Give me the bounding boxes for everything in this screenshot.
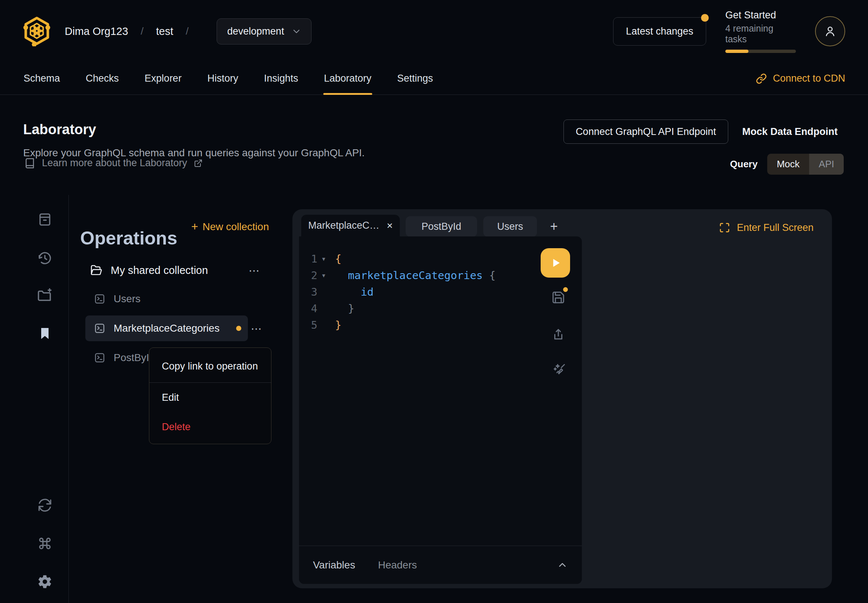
- editor-tab-users[interactable]: Users: [483, 216, 537, 237]
- share-operation-button[interactable]: [551, 327, 566, 342]
- new-collection-button[interactable]: + New collection: [191, 220, 269, 233]
- menu-item-edit[interactable]: Edit: [149, 383, 271, 412]
- chevron-down-icon: [292, 27, 301, 36]
- tab-label: Settings: [397, 73, 433, 84]
- tab-settings[interactable]: Settings: [396, 62, 434, 94]
- operation-item-users[interactable]: Users: [94, 288, 141, 310]
- collection-more-button[interactable]: ⋯: [249, 258, 261, 282]
- new-collection-folder-button[interactable]: [35, 285, 54, 305]
- tab-label: Laboratory: [324, 73, 371, 84]
- add-tab-button[interactable]: +: [545, 218, 562, 235]
- history-button[interactable]: [35, 249, 54, 267]
- collection-name: My shared collection: [111, 264, 208, 277]
- menu-item-copy-link[interactable]: Copy link to operation: [149, 350, 271, 382]
- history-clock-icon: [37, 250, 53, 266]
- operation-context-menu: Copy link to operation Edit Delete: [149, 348, 271, 444]
- notification-dot: [701, 14, 709, 22]
- query-mode-row: Query Mock API: [730, 154, 844, 175]
- editor-tab-marketplacecategories[interactable]: MarketplaceC… ×: [301, 215, 400, 237]
- connect-graphql-endpoint-button[interactable]: Connect GraphQL API Endpoint: [563, 119, 728, 144]
- breadcrumb-separator: /: [186, 25, 189, 37]
- tab-insights[interactable]: Insights: [263, 62, 299, 94]
- laboratory-editor-panel: MarketplaceC… × PostById Users + Enter F…: [292, 209, 832, 588]
- latest-changes-button[interactable]: Latest changes: [613, 17, 706, 46]
- hive-logo-icon[interactable]: [23, 16, 51, 46]
- mock-data-endpoint-button[interactable]: Mock Data Endpoint: [742, 119, 838, 144]
- top-bar-right: Latest changes Get Started 4 remaining t…: [613, 9, 845, 53]
- run-query-button[interactable]: [541, 248, 570, 278]
- environment-select[interactable]: development: [217, 19, 312, 45]
- fold-arrow-icon[interactable]: ▾: [317, 255, 330, 263]
- tab-laboratory[interactable]: Laboratory: [323, 62, 372, 94]
- folder-plus-icon: [37, 287, 53, 303]
- broom-sparkles-icon: [552, 362, 567, 377]
- query-editor[interactable]: 1 ▾ { 2 ▾ marketplaceCategories { 3 id 4: [299, 237, 582, 584]
- operations-title: Operations: [80, 227, 177, 249]
- code-area[interactable]: 1 ▾ { 2 ▾ marketplaceCategories { 3 id 4: [299, 237, 582, 546]
- operation-icon: [94, 352, 105, 363]
- code-token: {: [483, 269, 496, 281]
- tab-history[interactable]: History: [207, 62, 239, 94]
- book-icon: [24, 158, 35, 169]
- schema-archive-button[interactable]: [35, 210, 54, 229]
- collection-my-shared-collection[interactable]: My shared collection: [90, 258, 208, 282]
- operation-item-postbyid[interactable]: PostById: [94, 347, 155, 369]
- save-operation-button[interactable]: [551, 290, 566, 305]
- folder-open-icon: [90, 264, 103, 277]
- query-mode-api[interactable]: API: [809, 154, 844, 175]
- bookmarks-button[interactable]: [35, 324, 54, 343]
- headers-tab[interactable]: Headers: [378, 559, 417, 571]
- sync-button[interactable]: [35, 496, 54, 515]
- save-icon: [551, 291, 565, 305]
- progress-fill: [725, 49, 749, 53]
- person-icon: [823, 24, 837, 38]
- sync-icon: [37, 498, 53, 513]
- tab-schema[interactable]: Schema: [23, 62, 61, 94]
- fold-arrow-icon[interactable]: ▾: [317, 272, 330, 279]
- breadcrumb-org[interactable]: Dima Org123: [65, 25, 128, 37]
- code-token: id: [335, 286, 374, 298]
- line-number: 3: [299, 286, 317, 298]
- connect-to-cdn-link[interactable]: Connect to CDN: [756, 73, 845, 84]
- breadcrumb-separator: /: [141, 25, 144, 37]
- user-avatar[interactable]: [815, 16, 845, 46]
- enter-full-screen-button[interactable]: Enter Full Screen: [719, 218, 814, 237]
- editor-tab-postbyid[interactable]: PostById: [406, 216, 477, 237]
- close-tab-icon[interactable]: ×: [387, 220, 393, 232]
- operation-icon: [94, 293, 105, 305]
- variables-tab[interactable]: Variables: [313, 559, 355, 571]
- connect-to-cdn-label: Connect to CDN: [773, 73, 845, 84]
- environment-value: development: [227, 26, 284, 37]
- left-icon-rail: [0, 195, 69, 603]
- get-started-title: Get Started: [725, 9, 796, 21]
- play-icon: [548, 255, 563, 270]
- code-token: }: [335, 302, 354, 315]
- learn-more-link[interactable]: Learn more about the Laboratory: [24, 158, 203, 169]
- menu-item-delete[interactable]: Delete: [149, 412, 271, 442]
- operation-more-button[interactable]: ⋯: [251, 316, 263, 340]
- tab-label: Schema: [23, 73, 60, 84]
- editor-tab-label: MarketplaceC…: [308, 220, 379, 231]
- code-token: }: [335, 319, 341, 331]
- progress-bar: [725, 49, 796, 53]
- query-mode-mock[interactable]: Mock: [767, 154, 809, 175]
- shortcuts-button[interactable]: [35, 534, 54, 553]
- tab-explorer[interactable]: Explorer: [144, 62, 183, 94]
- tab-checks[interactable]: Checks: [85, 62, 119, 94]
- settings-button[interactable]: [35, 572, 54, 591]
- prettify-button[interactable]: [552, 362, 567, 377]
- code-line: 5 }: [299, 317, 582, 333]
- editor-bottom-bar: Variables Headers: [299, 546, 582, 584]
- collapse-panel-button[interactable]: [557, 560, 568, 571]
- get-started-widget[interactable]: Get Started 4 remaining tasks: [725, 9, 796, 53]
- tab-label: Checks: [86, 73, 119, 84]
- get-started-subtitle: 4 remaining tasks: [725, 23, 796, 45]
- unsaved-changes-dot: [236, 326, 241, 331]
- operation-item-marketplacecategories[interactable]: MarketplaceCategories: [94, 317, 220, 339]
- plus-icon: +: [191, 220, 198, 233]
- enter-full-screen-label: Enter Full Screen: [737, 222, 814, 233]
- settings-gear-icon: [37, 574, 53, 589]
- latest-changes-label: Latest changes: [626, 26, 693, 37]
- query-mode-toggle: Mock API: [767, 154, 844, 175]
- breadcrumb-project[interactable]: test: [156, 25, 173, 37]
